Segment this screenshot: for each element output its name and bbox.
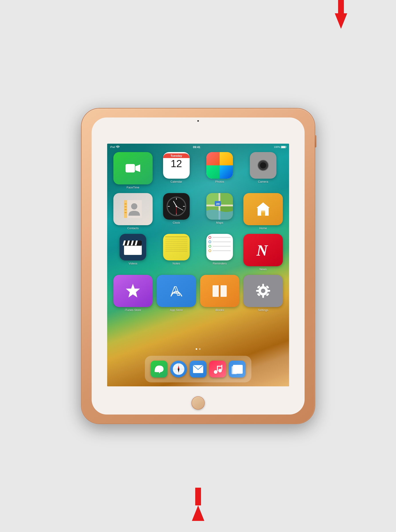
photos-q2 [220,152,233,165]
svg-rect-44 [267,290,270,292]
ibooks-icon[interactable] [200,275,240,307]
contacts-svg [124,200,142,218]
battery-fill [281,146,285,148]
notes-line-3 [165,243,187,243]
svg-rect-37 [220,285,227,297]
news-label: News [259,268,267,271]
messages-svg [154,364,164,374]
svg-rect-0 [126,164,135,172]
dock-files[interactable] [229,361,246,378]
status-center: 09:41 [193,145,200,149]
photos-q1 [206,152,220,165]
notes-inner [163,234,190,260]
app-home[interactable]: Home [243,193,283,230]
notes-line-1 [165,239,187,239]
svg-rect-5 [124,206,127,207]
svg-text:280: 280 [216,203,220,205]
page-dots [196,348,201,350]
reminders-icon[interactable] [206,234,233,260]
svg-rect-36 [213,285,219,297]
contacts-label: Contacts [127,227,139,230]
mail-svg [193,365,203,373]
camera-label: Camera [258,180,268,183]
svg-marker-34 [126,284,140,297]
svg-rect-24 [260,208,267,212]
home-button[interactable] [192,396,205,410]
svg-rect-41 [262,284,264,287]
dock-messages[interactable] [151,361,168,378]
calendar-header: Tuesday [163,153,190,158]
videos-icon[interactable] [120,234,146,260]
svg-point-8 [131,203,137,210]
app-notes[interactable]: Notes [157,234,196,271]
clock-center-dot [176,206,177,207]
notes-line-7 [165,251,187,251]
photos-inner [206,152,233,179]
reminder-item-1 [209,236,231,239]
settings-icon[interactable] [243,275,283,307]
safari-svg [172,362,185,376]
app-contacts[interactable]: Contacts [113,193,153,230]
svg-marker-1 [135,165,140,172]
appstore-svg: 𝔸 [168,282,185,300]
svg-rect-42 [262,295,264,298]
news-icon[interactable]: N [243,234,283,266]
photos-icon[interactable] [206,152,233,179]
calendar-label: Calendar [170,180,182,183]
reminders-inner [206,234,233,260]
dock-safari[interactable] [170,361,187,378]
app-news[interactable]: N News [243,234,283,271]
power-button-arrow-stem [338,0,344,14]
app-photos[interactable]: Photos [200,152,240,189]
power-button[interactable] [314,135,316,147]
ibooks-label: iBooks [215,308,224,312]
reminder-dot-1 [209,236,211,239]
clock-icon[interactable] [163,193,190,220]
ipad-label: iPad [110,146,115,148]
app-reminders[interactable]: Reminders [200,234,240,271]
app-clock[interactable]: Clock [157,193,196,230]
camera-icon[interactable] [250,152,276,179]
battery-icon [281,146,286,148]
page-dot-2 [199,348,201,350]
reminder-item-3 [209,245,231,248]
camera-lens [257,160,269,171]
calendar-inner: Tuesday 12 [163,152,190,179]
photos-label: Photos [215,180,224,183]
app-appstore[interactable]: 𝔸 App Store [157,275,196,312]
dock-music[interactable] [209,361,226,378]
settings-label: Settings [258,308,268,312]
svg-point-55 [178,368,179,370]
status-right: 100% [274,146,286,148]
reminder-line-4 [213,250,231,251]
contacts-icon[interactable] [113,193,153,225]
notes-icon[interactable] [163,234,190,260]
music-svg [213,364,223,374]
app-itunes[interactable]: iTunes Store [113,275,153,312]
app-calendar[interactable]: Tuesday 12 Calendar [157,152,196,189]
app-facetime[interactable]: FaceTime [113,152,153,189]
home-button-arrow [192,505,204,521]
app-settings[interactable]: Settings [243,275,283,312]
svg-rect-43 [256,290,259,292]
reminder-line-2 [213,241,231,242]
dock-mail[interactable] [190,361,207,378]
clock-label: Clock [173,221,180,224]
maps-icon[interactable]: 280 [206,193,233,220]
appstore-icon[interactable]: 𝔸 [157,275,196,307]
notes-line-5 [165,247,187,247]
app-videos[interactable]: Videos [113,234,153,271]
news-svg: N [254,241,272,259]
svg-text:N: N [256,242,268,259]
itunes-icon[interactable] [113,275,153,307]
app-maps[interactable]: 280 Maps [200,193,240,230]
app-camera[interactable]: Camera [243,152,283,189]
app-grid: FaceTime Tuesday 12 Calendar [113,152,283,312]
home-icon[interactable] [243,193,283,225]
power-button-arrow [335,13,347,29]
clock-face [167,197,186,216]
home-svg [255,201,271,217]
app-ibooks[interactable]: iBooks [200,275,240,312]
calendar-icon[interactable]: Tuesday 12 [163,152,190,179]
facetime-icon[interactable] [113,152,153,184]
